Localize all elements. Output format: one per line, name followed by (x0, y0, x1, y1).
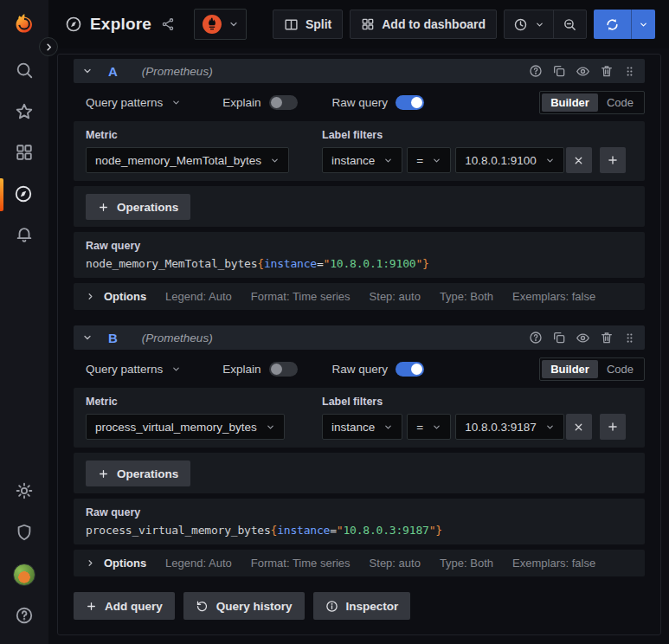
page-title: Explore (90, 15, 151, 34)
chevron-down-icon (383, 156, 393, 165)
chevron-down-icon (171, 364, 181, 374)
duplicate-query-icon[interactable] (552, 331, 566, 345)
filter-value-select[interactable]: 10.8.0.3:9187 (455, 414, 564, 440)
metric-label: Metric (86, 396, 322, 408)
info-circle-icon (325, 600, 338, 613)
code-mode-button[interactable]: Code (598, 93, 642, 112)
filter-operator-select[interactable]: = (407, 414, 451, 440)
editor-mode-switch: Builder Code (539, 91, 645, 114)
option-format: Format: Time series (251, 290, 351, 303)
option-format: Format: Time series (251, 557, 351, 570)
query-row-b: B (Prometheus) Query patterns Explain (74, 325, 645, 576)
history-icon (196, 600, 209, 613)
add-operations-button[interactable]: Operations (86, 460, 190, 486)
label-filters-label: Label filters (322, 396, 633, 408)
query-row-a: A (Prometheus) Query patterns Explain (74, 59, 645, 310)
options-row[interactable]: Options Legend: Auto Format: Time series… (74, 550, 645, 576)
time-range-button[interactable] (505, 10, 553, 38)
filter-name-value: instance (331, 154, 375, 167)
datasource-picker[interactable] (194, 9, 247, 40)
filter-value-value: 10.8.0.1:9100 (465, 154, 537, 167)
server-admin-shield-icon[interactable] (15, 523, 34, 542)
hide-response-eye-icon[interactable] (576, 64, 590, 79)
builder-mode-button[interactable]: Builder (542, 93, 598, 112)
split-columns-icon (284, 17, 299, 32)
plus-icon (98, 468, 109, 480)
query-patterns-dropdown[interactable]: Query patterns (86, 363, 181, 376)
help-circle-icon[interactable] (529, 331, 543, 345)
hide-response-eye-icon[interactable] (576, 331, 590, 345)
filter-value-select[interactable]: 10.8.0.1:9100 (455, 147, 564, 173)
user-avatar[interactable] (13, 564, 35, 586)
explore-icon[interactable] (14, 184, 33, 203)
starred-icon[interactable] (15, 102, 34, 121)
query-patterns-dropdown[interactable]: Query patterns (86, 96, 181, 109)
collapse-chevron-icon[interactable] (80, 332, 94, 343)
raw-query-code: process_virtual_memory_bytes{instance="1… (86, 524, 633, 537)
help-circle-icon[interactable] (529, 64, 543, 78)
raw-query-label: Raw query (86, 506, 633, 518)
filter-operator-value: = (416, 421, 423, 434)
explain-toggle[interactable] (269, 362, 298, 377)
option-legend: Legend: Auto (165, 290, 232, 303)
metric-filters-section: Metric node_memory_MemTotal_bytes Label … (74, 121, 645, 181)
time-picker-group (504, 10, 587, 39)
duplicate-query-icon[interactable] (552, 64, 566, 78)
add-to-dashboard-button[interactable]: Add to dashboard (350, 10, 497, 39)
filter-name-select[interactable]: instance (322, 147, 402, 173)
add-operations-button[interactable]: Operations (86, 194, 190, 220)
dashboard-grid-icon (361, 17, 375, 31)
settings-gear-icon[interactable] (15, 481, 34, 500)
explore-compass-icon (65, 16, 82, 33)
topbar-actions: Split Add to dashboard (273, 10, 655, 39)
inspector-button[interactable]: Inspector (313, 592, 411, 620)
chevron-right-icon (86, 292, 95, 301)
add-filter-button[interactable] (600, 147, 626, 173)
query-panel: A (Prometheus) Query patterns Explain (57, 54, 661, 635)
dashboards-icon[interactable] (15, 143, 34, 162)
plus-icon (98, 202, 109, 213)
search-icon[interactable] (15, 61, 34, 80)
run-interval-chevron[interactable] (631, 10, 655, 39)
add-to-dashboard-label: Add to dashboard (382, 17, 486, 31)
filter-operator-select[interactable]: = (407, 147, 451, 173)
code-mode-button[interactable]: Code (598, 360, 642, 378)
filter-name-select[interactable]: instance (322, 414, 402, 440)
split-button[interactable]: Split (273, 10, 343, 39)
query-ref-id[interactable]: B (108, 331, 118, 345)
query-header: A (Prometheus) (74, 59, 645, 83)
share-icon[interactable] (161, 17, 175, 31)
collapse-chevron-icon[interactable] (80, 66, 94, 76)
drag-handle-icon[interactable] (623, 65, 636, 78)
metric-select[interactable]: process_virtual_memory_bytes (86, 414, 285, 440)
explain-toggle[interactable] (269, 95, 298, 110)
query-ref-id[interactable]: A (108, 64, 118, 79)
query-history-button[interactable]: Query history (183, 592, 305, 620)
filter-value-value: 10.8.0.3:9187 (465, 421, 537, 434)
builder-mode-button[interactable]: Builder (542, 360, 598, 378)
metric-select[interactable]: node_memory_MemTotal_bytes (86, 147, 289, 173)
help-icon[interactable] (15, 606, 34, 625)
query-patterns-label: Query patterns (86, 363, 163, 376)
drag-handle-icon[interactable] (623, 332, 636, 345)
metric-label: Metric (86, 129, 322, 141)
grafana-logo-icon[interactable] (12, 11, 36, 35)
add-filter-button[interactable] (600, 414, 626, 440)
add-query-button[interactable]: Add query (74, 592, 175, 620)
operations-label: Operations (117, 201, 178, 214)
sidebar-expand-button[interactable] (39, 37, 58, 56)
raw-query-toggle[interactable] (396, 95, 424, 110)
run-query-button[interactable] (594, 10, 655, 39)
chevron-down-icon (383, 422, 393, 432)
options-row[interactable]: Options Legend: Auto Format: Time series… (74, 283, 645, 310)
topbar: Explore Split Add to dashboard (48, 0, 669, 48)
remove-query-trash-icon[interactable] (600, 64, 614, 78)
zoom-out-time-button[interactable] (553, 10, 586, 38)
remove-query-trash-icon[interactable] (600, 331, 614, 345)
operations-label: Operations (117, 467, 178, 480)
remove-filter-button[interactable] (566, 147, 592, 173)
query-datasource-label: (Prometheus) (142, 65, 213, 78)
raw-query-toggle[interactable] (396, 362, 424, 377)
alerting-bell-icon[interactable] (15, 225, 34, 244)
remove-filter-button[interactable] (566, 414, 592, 440)
